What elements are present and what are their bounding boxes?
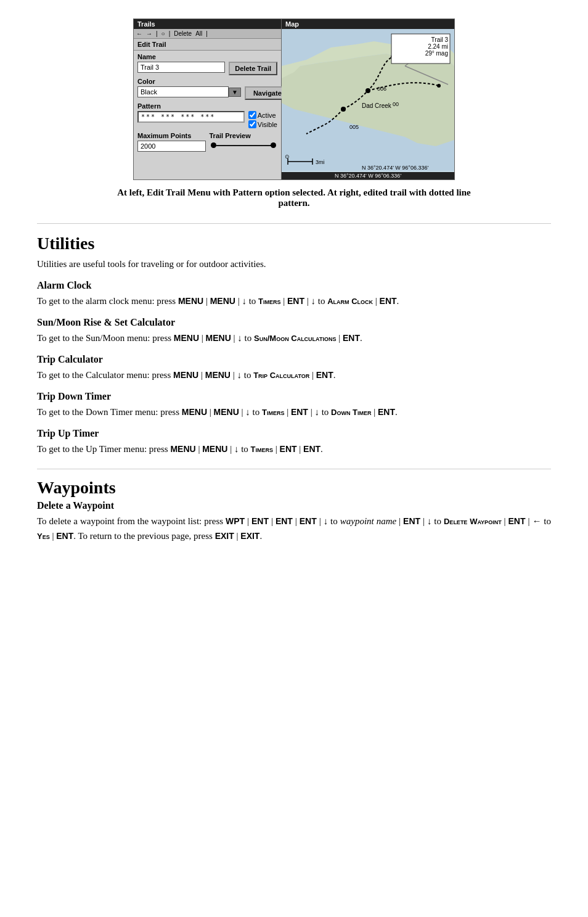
toolbar-row: ← → | ○ | Delete All |	[134, 29, 281, 39]
screenshot-caption: At left, Edit Trail Menu with Pattern op…	[109, 187, 479, 208]
toolbar-all[interactable]: All	[195, 30, 202, 37]
ent-key-4: ENT	[316, 370, 333, 380]
alarm-clock-title: Alarm Clock	[37, 280, 551, 291]
ent-key-3: ENT	[343, 333, 360, 343]
name-input[interactable]	[137, 62, 225, 73]
max-points-input[interactable]	[137, 141, 206, 152]
active-checkbox-label[interactable]: Active	[248, 111, 277, 119]
svg-text:3mi: 3mi	[316, 159, 325, 165]
svg-text:29° mag: 29° mag	[425, 50, 448, 57]
menu-key-1: MENU	[178, 296, 203, 306]
svg-point-6	[437, 84, 441, 88]
visible-checkbox[interactable]	[248, 120, 256, 128]
ent-key-10: ENT	[276, 516, 293, 526]
slider-left-dot[interactable]	[211, 142, 216, 148]
sunmoon-key: Sun/Moon Calculations	[254, 334, 336, 343]
timers-key: Timers	[258, 297, 280, 306]
trail-preview-slider[interactable]	[210, 142, 278, 149]
trail-preview-label: Trail Preview	[210, 132, 278, 139]
slider-right-dot[interactable]	[271, 142, 276, 148]
waypoints-section-title: Waypoints	[37, 478, 551, 498]
sunmoon-text: To get to the Sun/Moon menu: press MENU …	[37, 331, 551, 345]
color-label: Color	[137, 78, 241, 85]
ent-key-8: ENT	[303, 444, 321, 454]
ent-key-14: ENT	[56, 531, 73, 541]
ent-key-13: ENT	[508, 516, 526, 526]
toolbar-back[interactable]: ←	[136, 30, 142, 37]
menu-key-8: MENU	[214, 407, 239, 417]
utilities-intro: Utilities are useful tools for traveling…	[37, 257, 551, 271]
delete-trail-button[interactable]: Delete Trail	[229, 62, 277, 75]
trip-calc-text: To get to the Calculator menu: press MEN…	[37, 368, 551, 382]
toolbar-delete[interactable]: Delete	[174, 30, 192, 37]
pattern-input[interactable]	[137, 111, 245, 123]
map-content: Dad Creek 006 005 00 3mi	[282, 29, 454, 172]
max-points-label: Maximum Points	[137, 132, 206, 139]
alarm-clock-key: Alarm Clock	[327, 297, 373, 306]
trip-down-title: Trip Down Timer	[37, 391, 551, 402]
menu-key-7: MENU	[182, 407, 207, 417]
yes-key: Yes	[37, 532, 50, 541]
trip-down-text: To get to the Down Timer menu: press MEN…	[37, 405, 551, 419]
ent-key-11: ENT	[300, 516, 317, 526]
trip-up-title: Trip Up Timer	[37, 428, 551, 439]
edit-trail-panel: Trails ← → | ○ | Delete All | Edit Trail	[134, 19, 282, 179]
svg-point-3	[341, 107, 346, 112]
menu-key-10: MENU	[202, 444, 227, 454]
down-timer-key: Down Timer	[331, 408, 371, 417]
trip-calc-key: Trip Calculator	[253, 371, 309, 380]
svg-text:Dad Creek: Dad Creek	[362, 102, 392, 109]
menu-key-3: MENU	[174, 333, 199, 343]
name-label: Name	[137, 53, 225, 60]
section-divider	[37, 223, 551, 224]
map-bottom-bar: N 36°20.474' W 96°06.336'	[282, 172, 454, 179]
timers-key-3: Timers	[251, 445, 273, 454]
visible-checkbox-label[interactable]: Visible	[248, 120, 277, 128]
trip-up-text: To get to the Up Timer menu: press MENU …	[37, 442, 551, 456]
active-checkbox[interactable]	[248, 111, 256, 119]
sunmoon-title: Sun/Moon Rise & Set Calculator	[37, 317, 551, 328]
exit-key-2: EXIT	[240, 531, 259, 541]
edit-trail-title: Edit Trail	[134, 39, 281, 51]
trip-calc-title: Trip Calculator	[37, 354, 551, 365]
menu-key-9: MENU	[170, 444, 195, 454]
svg-text:N  36°20.474'  W  96°06.336': N 36°20.474' W 96°06.336'	[362, 165, 428, 171]
delete-waypoint-title: Delete a Waypoint	[37, 500, 551, 511]
menu-key-6: MENU	[205, 370, 231, 380]
menu-key-4: MENU	[206, 333, 231, 343]
map-panel: Map	[282, 19, 454, 179]
pattern-label: Pattern	[137, 102, 245, 110]
ent-key-9: ENT	[251, 516, 269, 526]
delete-waypoint-text: To delete a waypoint from the waypoint l…	[37, 514, 551, 543]
waypoints-divider	[37, 469, 551, 469]
utilities-section-title: Utilities	[37, 234, 551, 253]
svg-text:005: 005	[349, 124, 359, 130]
menu-key-2: MENU	[210, 296, 235, 306]
waypoint-name-italic: waypoint name	[340, 516, 396, 526]
map-svg: Dad Creek 006 005 00 3mi	[282, 29, 454, 171]
svg-text:2.24 mi: 2.24 mi	[428, 43, 448, 50]
svg-point-4	[365, 88, 370, 93]
dropdown-arrow-icon[interactable]: ▼	[229, 88, 241, 97]
svg-text:⊙: ⊙	[285, 154, 290, 160]
trails-title-bar: Trails	[134, 19, 281, 29]
svg-text:006: 006	[377, 86, 386, 92]
color-input[interactable]	[137, 86, 229, 97]
toolbar-forward[interactable]: →	[146, 30, 152, 37]
ent-key-5: ENT	[291, 407, 308, 417]
exit-key-1: EXIT	[215, 531, 234, 541]
alarm-clock-text: To get to the alarm clock menu: press ME…	[37, 294, 551, 308]
map-title-bar: Map	[282, 19, 454, 29]
wpt-key: WPT	[226, 516, 245, 526]
delete-wpt-key: Delete Waypoint	[444, 517, 502, 526]
ent-key-12: ENT	[403, 516, 420, 526]
timers-key-2: Timers	[262, 408, 284, 417]
ent-key-2: ENT	[380, 296, 397, 306]
svg-text:00: 00	[393, 101, 399, 107]
svg-text:Trail 3: Trail 3	[431, 36, 449, 43]
ent-key-1: ENT	[287, 296, 304, 306]
menu-key-5: MENU	[173, 370, 198, 380]
ent-key-6: ENT	[378, 407, 395, 417]
ent-key-7: ENT	[280, 444, 297, 454]
